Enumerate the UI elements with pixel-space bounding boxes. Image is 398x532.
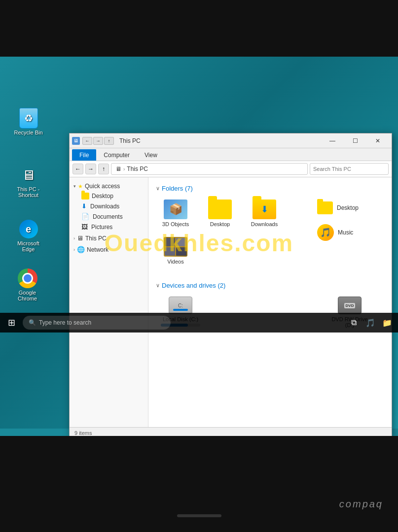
- folder-desktop[interactable]: Desktop: [200, 197, 240, 230]
- right-music-icon: 🎵: [317, 224, 334, 241]
- folders-header-text: Folders (7): [162, 185, 193, 192]
- network-nav-arrow: ›: [73, 247, 75, 252]
- thispc-nav-icon: 🖥: [77, 234, 83, 242]
- ribbon-tabs: File Computer View: [70, 148, 392, 161]
- brand-label: compaq: [339, 499, 383, 510]
- up-btn[interactable]: ↑: [104, 137, 114, 145]
- close-button[interactable]: ✕: [366, 133, 389, 148]
- folders-grid: 📦 3D Objects Desktop Down: [156, 197, 305, 267]
- back-btn[interactable]: ←: [82, 137, 92, 145]
- tab-view[interactable]: View: [137, 149, 165, 161]
- folder-videos-label: Videos: [167, 259, 183, 265]
- content-panel: Folders (7) 📦 3D Objects: [148, 177, 392, 427]
- google-chrome-icon[interactable]: Google Chrome: [9, 268, 46, 301]
- right-desktop-label: Desktop: [337, 204, 359, 211]
- nav-pictures-icon: 🖼: [81, 223, 88, 231]
- this-pc-section: › 🖥 This PC: [70, 233, 148, 243]
- window-controls: — ☐ ✕: [321, 133, 389, 148]
- search-icon: 🔍: [29, 319, 36, 326]
- recycle-bin-icon[interactable]: Recycle Bin: [10, 108, 47, 135]
- network-nav-icon: 🌐: [77, 246, 85, 253]
- this-pc-nav-header[interactable]: › 🖥 This PC: [70, 233, 148, 243]
- devices-header-text: Devices and drives (2): [162, 282, 225, 289]
- right-desktop-folder-icon: [317, 201, 333, 214]
- right-music-item[interactable]: 🎵 Music: [315, 222, 384, 243]
- nav-desktop[interactable]: Desktop: [70, 191, 148, 201]
- edge-label: Microsoft Edge: [17, 240, 39, 252]
- right-desktop-item[interactable]: Desktop: [315, 200, 384, 216]
- quick-access-header[interactable]: ▾ ★ Quick access: [70, 181, 148, 191]
- maximize-button[interactable]: ☐: [344, 133, 366, 148]
- folder-desktop-icon: [208, 200, 232, 219]
- status-text: 9 items: [74, 430, 92, 436]
- edge-icon-image: e: [19, 220, 38, 238]
- laptop-top-bezel: [0, 0, 398, 57]
- folder-videos[interactable]: Videos: [156, 234, 195, 267]
- taskbar-right: ⧉ 🎵 📁: [347, 316, 394, 330]
- taskbar-search-placeholder: Type here to search: [39, 319, 91, 326]
- desktop: Recycle Bin 🖥 This PC - Shortcut e Micro…: [0, 57, 398, 429]
- taskbar: ⊞ 🔍 Type here to search ⧉ 🎵 📁: [0, 313, 398, 332]
- microsoft-edge-icon[interactable]: e Microsoft Edge: [10, 219, 47, 252]
- dvd-icon: DVD: [338, 297, 362, 314]
- nav-desktop-label: Desktop: [92, 193, 113, 200]
- explorer-icon: 🖥: [72, 137, 80, 145]
- quick-access-star: ★: [78, 183, 83, 190]
- search-input[interactable]: [310, 163, 389, 175]
- nav-pictures[interactable]: 🖼 Pictures: [70, 222, 148, 232]
- tab-file[interactable]: File: [72, 149, 96, 161]
- quick-access-buttons: ← → ↑: [82, 137, 114, 145]
- nav-up-btn[interactable]: ↑: [98, 164, 109, 174]
- forward-btn[interactable]: →: [93, 137, 103, 145]
- title-bar: 🖥 ← → ↑ This PC — ☐ ✕: [70, 133, 392, 148]
- quick-access-label: Quick access: [85, 183, 120, 190]
- current-path: This PC: [127, 166, 148, 172]
- thispc-nav-arrow: ›: [73, 236, 75, 241]
- address-path[interactable]: 🖥 › This PC: [111, 163, 308, 175]
- quick-access-arrow: ▾: [73, 184, 76, 189]
- chrome-label: Google Chrome: [18, 290, 37, 301]
- recycle-bin-image: [19, 108, 38, 129]
- taskbar-task-view[interactable]: ⧉: [347, 316, 361, 330]
- this-pc-label: This PC: [85, 235, 107, 242]
- folders-grid-left: 📦 3D Objects Desktop Down: [156, 197, 305, 277]
- taskbar-explorer[interactable]: 📁: [380, 316, 394, 330]
- nav-documents-icon: 📄: [81, 213, 89, 220]
- thispc-shortcut-label: This PC - Shortcut: [17, 186, 40, 198]
- thispc-shortcut-icon[interactable]: 🖥 This PC - Shortcut: [10, 165, 47, 198]
- minimize-button[interactable]: —: [321, 133, 344, 148]
- network-label: Network: [87, 246, 109, 253]
- folders-header: Folders (7): [156, 185, 384, 192]
- tab-computer[interactable]: Computer: [96, 149, 137, 161]
- nav-pictures-label: Pictures: [91, 224, 112, 231]
- folder-3d-objects[interactable]: 📦 3D Objects: [156, 197, 195, 230]
- window-title: This PC: [119, 137, 141, 144]
- touchpad-bar: [177, 514, 221, 517]
- folder-videos-icon: [164, 237, 187, 257]
- nav-back-btn[interactable]: ←: [72, 164, 83, 174]
- network-nav-header[interactable]: › 🌐 Network: [70, 244, 148, 255]
- network-section: › 🌐 Network: [70, 244, 148, 255]
- recycle-bin-label: Recycle Bin: [14, 130, 42, 135]
- path-separator: ›: [123, 166, 125, 172]
- dvd-badge: DVD: [344, 303, 356, 308]
- nav-forward-btn[interactable]: →: [85, 164, 96, 174]
- folder-3d-icon: 📦: [164, 200, 187, 219]
- folders-and-right-layout: 📦 3D Objects Desktop Down: [156, 197, 384, 277]
- folder-downloads[interactable]: Downloads: [245, 197, 284, 230]
- hdd-icon: C:: [169, 297, 192, 314]
- folder-downloads-icon: [253, 200, 276, 219]
- start-button[interactable]: ⊞: [4, 315, 19, 330]
- hdd-label-icon: C:: [178, 303, 183, 308]
- ribbon: File Computer View: [70, 148, 392, 161]
- right-music-label: Music: [338, 229, 353, 236]
- file-explorer-window: 🖥 ← → ↑ This PC — ☐ ✕ File Computer View: [69, 133, 392, 438]
- nav-downloads[interactable]: ⬇ Downloads: [70, 201, 148, 211]
- nav-downloads-label: Downloads: [90, 203, 119, 210]
- taskbar-music[interactable]: 🎵: [363, 316, 377, 330]
- nav-documents[interactable]: 📄 Documents: [70, 211, 148, 222]
- taskbar-search[interactable]: 🔍 Type here to search: [23, 316, 171, 330]
- folder-icon-path: 🖥: [115, 166, 121, 172]
- folder-desktop-label: Desktop: [210, 221, 230, 227]
- devices-header: Devices and drives (2): [156, 282, 384, 289]
